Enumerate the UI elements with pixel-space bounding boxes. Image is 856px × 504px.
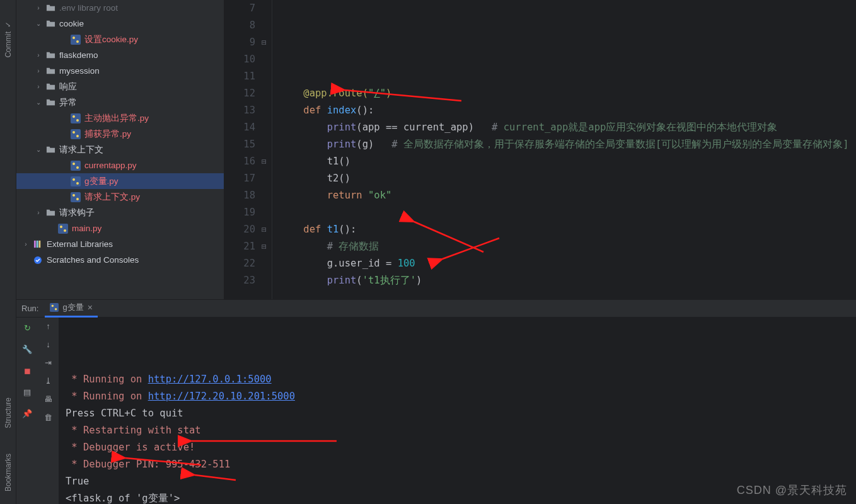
svg-rect-12	[71, 176, 81, 186]
tree-item[interactable]: External Libraries	[16, 236, 224, 252]
commit-icon: ✓	[4, 19, 13, 28]
tree-item[interactable]: g变量.py	[16, 173, 224, 189]
chevron-icon[interactable]	[34, 146, 43, 153]
fold-marker	[260, 17, 268, 34]
code-line[interactable]	[280, 68, 856, 85]
code-line[interactable]: def index():	[280, 102, 856, 119]
tree-item-label: .env library root	[59, 3, 118, 13]
code-line[interactable]: print(app == current_app) # current_app就…	[280, 119, 856, 136]
code-line[interactable]: g.user_id = 100	[280, 255, 856, 272]
line-number: 18	[224, 187, 255, 204]
svg-point-5	[76, 119, 79, 122]
layout-button[interactable]: ▤	[21, 386, 33, 398]
line-number: 20	[224, 221, 255, 238]
rerun-button[interactable]: ↻	[21, 321, 33, 334]
bookmarks-tool[interactable]: Bookmarks	[4, 454, 13, 491]
chevron-icon[interactable]	[34, 209, 43, 216]
tree-item[interactable]: 设置cookie.py	[16, 32, 224, 47]
code-line[interactable]: print(g) # 全局数据存储对象，用于保存服务端存储的全局变量数据[可以理…	[280, 136, 856, 153]
py-icon	[71, 161, 81, 171]
editor-code-area[interactable]: @app.route("/") def index(): print(app =…	[272, 0, 856, 299]
tree-item-label: 捕获异常.py	[84, 129, 131, 140]
tree-item[interactable]: mysession	[16, 63, 224, 79]
code-line[interactable]: @app.route("/")	[280, 85, 856, 102]
structure-tool[interactable]: Structure	[4, 398, 13, 428]
fold-marker[interactable]: ⊟	[260, 34, 268, 51]
code-line[interactable]: t1()	[280, 153, 856, 170]
code-line[interactable]	[280, 204, 856, 221]
chevron-icon[interactable]	[34, 20, 43, 27]
code-line[interactable]: def t1():	[280, 221, 856, 238]
pin-button[interactable]: 📌	[21, 407, 33, 420]
dir-icon	[45, 19, 55, 29]
tree-item[interactable]: 请求钩子	[16, 205, 224, 220]
run-toolbar-left: ↻ 🔧 ◼ ▤ 📌	[16, 318, 38, 504]
tree-item[interactable]: 请求上下文.py	[16, 189, 224, 205]
py-icon	[71, 192, 81, 202]
chevron-icon[interactable]	[34, 83, 43, 90]
soft-wrap-button[interactable]: ⇥	[45, 358, 52, 367]
tree-item-label: 响应	[59, 81, 77, 93]
tree-item[interactable]: .env library root	[16, 0, 224, 16]
fold-marker[interactable]: ⊟	[260, 238, 268, 255]
close-icon[interactable]: ×	[88, 302, 93, 312]
up-icon[interactable]: ↑	[46, 321, 50, 331]
line-number: 17	[224, 170, 255, 187]
tree-item-label: flaskdemo	[59, 50, 98, 60]
fold-marker[interactable]: ⊟	[260, 221, 268, 238]
code-line[interactable]: return "ok"	[280, 187, 856, 204]
code-line[interactable]: # 存储数据	[280, 238, 856, 255]
tree-item-label: Scratches and Consoles	[47, 255, 139, 265]
tree-item[interactable]: flaskdemo	[16, 47, 224, 63]
tree-item[interactable]: Scratches and Consoles	[16, 252, 224, 268]
tree-item[interactable]: 主动抛出异常.py	[16, 110, 224, 126]
tree-item[interactable]: currentapp.py	[16, 158, 224, 173]
fold-marker	[260, 170, 268, 187]
svg-point-4	[72, 115, 75, 118]
down-icon[interactable]: ↓	[46, 340, 50, 349]
settings-button[interactable]: 🔧	[21, 343, 33, 355]
tree-item[interactable]: 请求上下文	[16, 142, 224, 158]
stop-button[interactable]: ◼	[21, 364, 33, 377]
tree-item[interactable]: 响应	[16, 79, 224, 94]
py-icon	[71, 176, 81, 186]
line-number: 12	[224, 85, 255, 102]
chevron-icon[interactable]	[34, 4, 43, 11]
python-icon	[50, 303, 59, 312]
code-editor[interactable]: 7891011121314151617181920212223⊟⊟⊟⊟ @app…	[224, 0, 856, 299]
tree-item[interactable]: 异常	[16, 94, 224, 110]
dir-icon	[45, 98, 55, 108]
line-number: 14	[224, 119, 255, 136]
svg-rect-0	[71, 35, 81, 45]
run-panel: Run: g变量 × ↻ 🔧 ◼ ▤ 📌 ↑ ↓ ⇥ ⤓	[16, 299, 856, 504]
svg-point-30	[52, 305, 54, 307]
run-tab[interactable]: g变量 ×	[45, 300, 97, 318]
fold-marker	[260, 119, 268, 136]
chevron-icon[interactable]	[34, 67, 43, 74]
chevron-icon[interactable]	[34, 99, 43, 106]
run-console-output[interactable]: * Running on http://127.0.0.1:5000 * Run…	[59, 318, 856, 504]
print-button[interactable]: 🖶	[44, 394, 52, 404]
commit-tool[interactable]: Commit ✓	[4, 19, 13, 57]
svg-point-7	[72, 131, 75, 134]
code-line[interactable]: print('t1执行了')	[280, 272, 856, 289]
code-line[interactable]: t2()	[280, 170, 856, 187]
scroll-to-end-button[interactable]: ⤓	[45, 376, 52, 386]
fold-marker	[260, 187, 268, 204]
chevron-icon[interactable]	[21, 241, 30, 248]
tree-item[interactable]: 捕获异常.py	[16, 126, 224, 142]
project-tree[interactable]: .env library rootcookie设置cookie.pyflaskd…	[16, 0, 224, 299]
line-number: 23	[224, 272, 255, 289]
py-icon	[71, 35, 81, 45]
line-number: 7	[224, 0, 255, 17]
editor-gutter: 7891011121314151617181920212223⊟⊟⊟⊟	[224, 0, 272, 299]
chevron-icon[interactable]	[34, 52, 43, 59]
svg-point-11	[76, 166, 79, 169]
fold-marker	[260, 204, 268, 221]
console-line: * Debugger PIN: 995-432-511	[66, 456, 856, 473]
svg-point-20	[64, 229, 66, 232]
tree-item[interactable]: main.py	[16, 220, 224, 236]
delete-button[interactable]: 🗑	[44, 413, 52, 422]
tree-item[interactable]: cookie	[16, 16, 224, 32]
fold-marker[interactable]: ⊟	[260, 153, 268, 170]
